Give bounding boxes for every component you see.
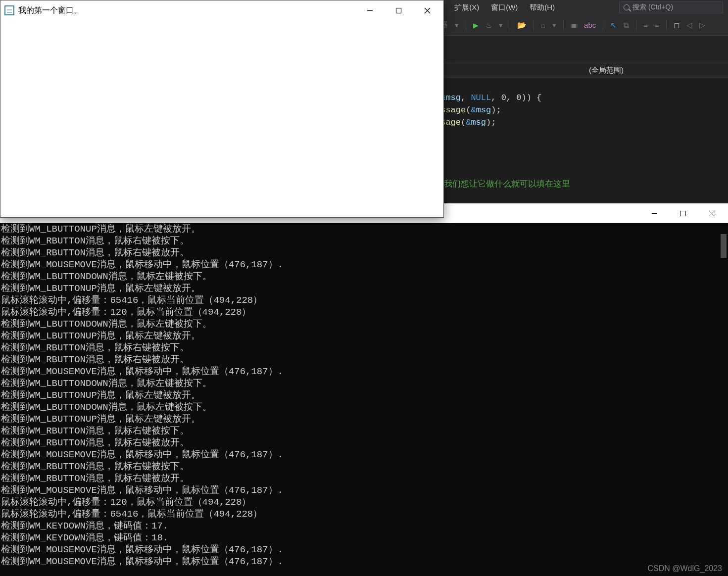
app-window: 我的第一个窗口。 [0,0,444,218]
chevron-right-icon[interactable]: ▷ [699,21,705,30]
minimize-button[interactable] [640,203,669,223]
svg-rect-5 [396,8,401,13]
separator [466,20,466,31]
search-placeholder: 搜索 (Ctrl+Q) [632,3,673,12]
indent-left-icon[interactable]: ≡ [643,21,648,29]
flame-icon[interactable]: ♨ [485,21,492,30]
code-line: ssage(&msg); [436,118,496,127]
separator [603,20,603,31]
menu-item-help[interactable]: 帮助(H) [530,3,555,12]
maximize-button[interactable] [669,203,697,223]
chevron-down-icon[interactable]: ▾ [552,21,556,30]
code-comment: ，我们想让它做什么就可以填在这里 [436,180,570,189]
separator [510,20,510,31]
home-icon[interactable]: ⌂ [541,21,545,29]
bookmark-icon[interactable]: ◻ [674,21,679,30]
cursor-icon[interactable]: ↖ [610,21,617,30]
app-icon [4,5,14,15]
menu-item-window[interactable]: 窗口(W) [491,3,518,12]
search-icon [624,4,630,10]
list-icon[interactable]: ≣ [571,21,577,30]
separator [534,20,534,31]
app-title: 我的第一个窗口。 [18,5,355,16]
play-icon[interactable]: ▶ [473,21,479,29]
close-button[interactable] [697,203,726,223]
chevron-down-icon[interactable]: ▾ [455,21,459,30]
abc-icon[interactable]: abc [584,21,596,29]
minimize-button[interactable] [355,0,384,20]
menu-item-extensions[interactable]: 扩展(X) [454,3,479,12]
watermark: CSDN @WdlG_2023 [647,564,722,573]
folder-open-icon[interactable]: 📂 [517,21,527,30]
close-button[interactable] [413,0,441,20]
console-output[interactable]: 检测到WM_LBUTTONUP消息，鼠标左键被放开。 检测到WM_RBUTTON… [0,223,728,576]
separator [666,20,667,31]
format-icon[interactable]: ⧉ [624,21,629,30]
search-box[interactable]: 搜索 (Ctrl+Q) [619,1,723,13]
separator [636,20,636,31]
scrollbar[interactable] [719,223,728,576]
code-line: essage(&msg); [436,105,501,115]
svg-rect-1 [680,211,685,216]
separator [563,20,564,31]
app-titlebar[interactable]: 我的第一个窗口。 [0,0,443,20]
scope-label: (全局范围) [589,66,624,75]
scroll-thumb[interactable] [721,234,727,258]
chevron-down-icon[interactable]: ▾ [499,21,503,30]
code-line: (&msg, NULL, 0, 0)) { [436,93,541,102]
console-window: 检测到WM_LBUTTONUP消息，鼠标左键被放开。 检测到WM_RBUTTON… [0,203,728,576]
code-editor[interactable]: (&msg, NULL, 0, 0)) { essage(&msg); ssag… [436,78,728,207]
chevron-left-icon[interactable]: ◁ [686,21,692,30]
indent-right-icon[interactable]: ≡ [655,21,659,29]
maximize-button[interactable] [384,0,413,20]
